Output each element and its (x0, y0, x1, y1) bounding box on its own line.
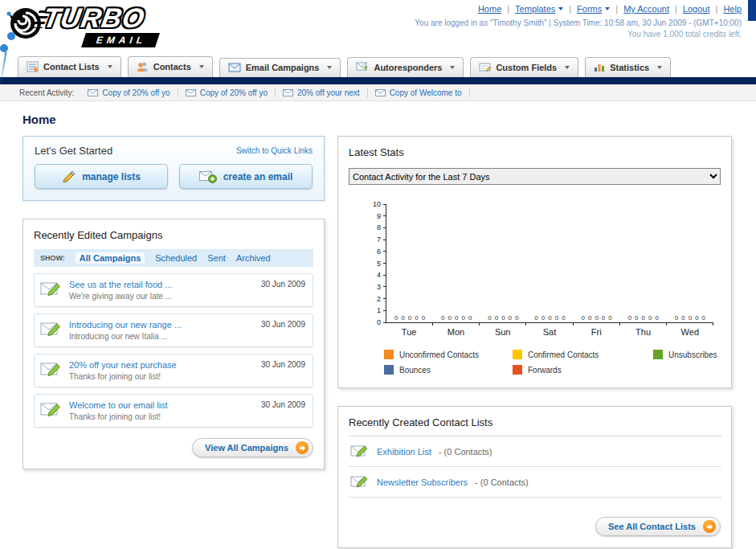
tab-label: Custom Fields (496, 63, 557, 72)
contact-list-row[interactable]: Exhibition List - (0 Contacts) (349, 436, 721, 467)
tab-label: Autoresponders (374, 63, 442, 72)
tab-email-campaigns[interactable]: Email Campaigns (219, 58, 341, 77)
campaign-subtitle: Introducing our new Italia ... (69, 332, 255, 341)
top-link-help[interactable]: Help (710, 4, 742, 14)
recent-activity-bar: Recent Activity: Copy of 20% off yo Copy… (0, 84, 756, 101)
campaign-title-link[interactable]: Introducing our new range ... (69, 320, 255, 330)
pencil-icon (62, 170, 76, 182)
recent-activity-item[interactable]: Copy of 20% off yo (80, 88, 178, 97)
envelope-icon (283, 89, 293, 96)
chevron-down-icon (450, 66, 455, 69)
top-link-logout[interactable]: Logout (669, 4, 710, 14)
legend-label: Unconfirmed Contacts (399, 350, 479, 359)
contact-list-link[interactable]: Newsletter Subscribers (377, 477, 468, 487)
y-axis-tick: 4 (377, 271, 386, 279)
tab-contact-lists[interactable]: Contact Lists (18, 56, 121, 77)
legend-item-unsubscribes: Unsubscribes (653, 350, 721, 359)
see-all-contact-lists-button[interactable]: See All Contact Lists (595, 517, 721, 536)
recent-activity-label: Recent Activity: (19, 88, 74, 97)
legend-swatch (384, 365, 394, 375)
campaign-row[interactable]: See us at the retail food ... We're givi… (34, 273, 313, 307)
filter-archived[interactable]: Archived (236, 253, 271, 263)
envelope-icon (186, 89, 196, 96)
y-axis-tick: 0 (377, 318, 386, 326)
contact-list-link[interactable]: Exhibition List (377, 447, 431, 457)
header-right: Home Templates Forms My Account Logout H… (415, 4, 742, 39)
app-logo[interactable]: TURBO EMAIL (6, 2, 207, 49)
legend-item-bounces: Bounces (384, 365, 505, 375)
tab-contacts[interactable]: Contacts (128, 56, 213, 77)
contact-list-row[interactable]: Newsletter Subscribers - (0 Contacts) (349, 467, 721, 498)
recent-activity-item[interactable]: 20% off your next (276, 88, 368, 97)
chart-y-axis: 109876543210 (386, 204, 713, 322)
custom-fields-icon (479, 62, 491, 72)
filter-sent[interactable]: Sent (207, 253, 226, 263)
campaign-date: 30 Jun 2009 (261, 280, 305, 289)
tab-label: Email Campaigns (246, 63, 320, 72)
logo-title: TURBO (41, 2, 148, 34)
get-started-panel: Let's Get Started Switch to Quick Links … (22, 136, 325, 201)
chart-value-group: 00000 (433, 314, 480, 322)
chevron-down-icon (657, 66, 662, 69)
switch-to-quick-links[interactable]: Switch to Quick Links (236, 146, 313, 155)
campaign-filter-bar: SHOW: All Campaigns Scheduled Sent Archi… (34, 249, 313, 267)
header: TURBO EMAIL Home Templates Forms My Acco… (0, 0, 756, 51)
chart-value-group: 00000 (620, 314, 667, 322)
create-email-button[interactable]: create an email (179, 164, 313, 189)
chart-value-group: 00000 (667, 314, 713, 322)
login-info: You are logged in as "Timothy Smith" | S… (415, 18, 742, 27)
legend-swatch (653, 350, 663, 359)
chart-x-labels: TueMonSunSatFriThuWed (386, 323, 713, 337)
show-label: SHOW: (40, 254, 65, 262)
y-axis-tick: 6 (377, 248, 386, 256)
filter-all-campaigns[interactable]: All Campaigns (76, 252, 145, 264)
top-link-my-account[interactable]: My Account (610, 4, 669, 14)
stats-period-select[interactable]: Contact Activity for the Last 7 Days (349, 168, 721, 185)
campaign-title-link[interactable]: 20% off your next purchase (69, 360, 255, 370)
right-column: Latest Stats Contact Activity for the La… (337, 136, 732, 548)
view-all-campaigns-button[interactable]: View All Campaigns (192, 438, 313, 457)
tab-statistics[interactable]: Statistics (585, 57, 671, 77)
y-axis-tick: 2 (377, 295, 386, 303)
legend-label: Unsubscribes (668, 350, 717, 359)
tab-label: Contacts (153, 62, 191, 72)
envelope-plus-icon (199, 170, 217, 183)
envelope-icon (375, 89, 386, 96)
chevron-down-icon (199, 65, 204, 68)
view-all-campaigns-label: View All Campaigns (205, 443, 288, 453)
top-link-home[interactable]: Home (478, 4, 501, 14)
chart-value-group: 00000 (480, 314, 526, 322)
manage-lists-button[interactable]: manage lists (35, 164, 168, 189)
x-axis-label: Mon (432, 323, 479, 337)
campaign-row[interactable]: Welcome to our email list Thanks for joi… (34, 394, 313, 428)
campaign-date: 30 Jun 2009 (261, 320, 305, 329)
contacts-icon (137, 61, 149, 72)
legend-swatch (513, 350, 522, 359)
chevron-down-icon (565, 66, 570, 69)
top-link-forms[interactable]: Forms (563, 4, 610, 14)
tab-autoresponders[interactable]: Autoresponders (347, 57, 464, 77)
latest-stats-panel: Latest Stats Contact Activity for the La… (337, 136, 732, 388)
campaign-title-link[interactable]: Welcome to our email list (69, 400, 255, 410)
recent-activity-item[interactable]: Copy of Welcome to (368, 88, 470, 97)
contact-activity-chart: 109876543210 000000000000000000000000000… (353, 204, 721, 337)
filter-scheduled[interactable]: Scheduled (155, 253, 197, 263)
campaign-row[interactable]: Introducing our new range ... Introducin… (34, 313, 313, 347)
recent-activity-item[interactable]: Copy of 20% off yo (178, 88, 276, 97)
campaign-edit-icon (40, 360, 63, 378)
top-link-templates[interactable]: Templates (501, 4, 563, 14)
campaign-title-link[interactable]: See us at the retail food ... (69, 280, 255, 289)
tab-label: Statistics (610, 63, 649, 72)
create-email-label: create an email (223, 171, 293, 182)
page-title: Home (22, 113, 732, 126)
autoresponders-icon (356, 62, 369, 72)
left-column: Let's Get Started Switch to Quick Links … (22, 136, 325, 469)
y-axis-tick: 10 (373, 200, 386, 208)
chevron-down-icon (108, 65, 112, 68)
campaign-row[interactable]: 20% off your next purchase Thanks for jo… (34, 354, 313, 387)
tab-label: Contact Lists (43, 62, 100, 72)
tab-custom-fields[interactable]: Custom Fields (470, 57, 578, 77)
chart-value-group: 00000 (386, 314, 433, 322)
chart-value-group: 00000 (574, 314, 620, 322)
x-axis-label: Sun (480, 323, 526, 337)
